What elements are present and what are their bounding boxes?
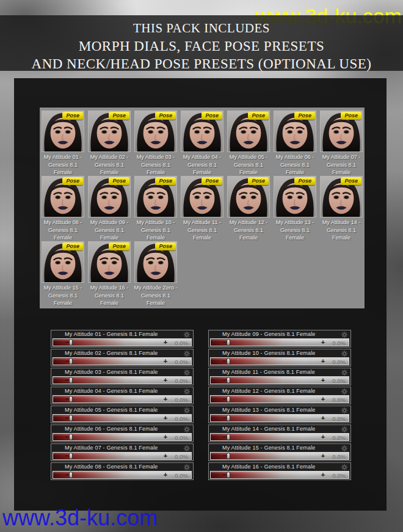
decrement-icon[interactable]: − <box>222 415 226 421</box>
slider-handle[interactable] <box>227 434 230 440</box>
slider-handle[interactable] <box>227 453 230 459</box>
increment-icon[interactable]: + <box>164 453 167 459</box>
pose-preset-thumbnail[interactable]: Pose My Attitude 06 - Genesis 8.1 Female <box>274 111 316 176</box>
header-line-3: AND NECK/HEAD POSE PRESETS (OPTIONAL USE… <box>0 55 403 73</box>
increment-icon[interactable]: + <box>321 339 325 346</box>
slider-handle[interactable] <box>227 396 230 403</box>
decrement-icon[interactable]: − <box>65 358 68 365</box>
dial-slider-track[interactable]: − + 0.0% <box>53 376 192 384</box>
gear-icon[interactable] <box>184 332 190 338</box>
gear-icon[interactable] <box>341 426 347 432</box>
decrement-icon[interactable]: − <box>222 339 226 346</box>
increment-icon[interactable]: + <box>164 358 167 365</box>
slider-handle[interactable] <box>227 377 230 384</box>
dial-title-row: My Attitude 10 - Genesis 8.1 Female <box>209 349 350 357</box>
gear-icon[interactable] <box>341 407 347 414</box>
gear-icon[interactable] <box>341 351 347 357</box>
dial-slider-track[interactable]: − + 0.0% <box>53 471 192 479</box>
increment-icon[interactable]: + <box>321 472 325 478</box>
increment-icon[interactable]: + <box>321 377 325 384</box>
decrement-icon[interactable]: − <box>65 339 68 346</box>
pose-preset-thumbnail[interactable]: Pose My Attitude 01 - Genesis 8.1 Female <box>42 111 84 176</box>
gear-icon[interactable] <box>184 407 190 414</box>
increment-icon[interactable]: + <box>164 377 167 384</box>
slider-handle[interactable] <box>69 472 73 478</box>
pose-preset-thumbnail[interactable]: Pose My Attitude 09 - Genesis 8.1 Female <box>88 176 131 241</box>
dial-slider-track[interactable]: − + 0.0% <box>210 414 349 422</box>
increment-icon[interactable]: + <box>321 453 325 459</box>
increment-icon[interactable]: + <box>321 434 325 440</box>
slider-handle[interactable] <box>69 434 73 440</box>
dial-slider-track[interactable]: − + 0.0% <box>210 452 349 460</box>
increment-icon[interactable]: + <box>321 358 325 365</box>
increment-icon[interactable]: + <box>164 472 167 478</box>
dial-slider-track[interactable]: − + 0.0% <box>210 338 349 346</box>
increment-icon[interactable]: + <box>164 396 167 403</box>
dial-slider-track[interactable]: − + 0.0% <box>53 338 192 346</box>
decrement-icon[interactable]: − <box>65 415 68 421</box>
gear-icon[interactable] <box>184 464 190 470</box>
decrement-icon[interactable]: − <box>222 396 226 403</box>
increment-icon[interactable]: + <box>321 415 325 421</box>
dial-slider-track[interactable]: − + 0.0% <box>53 433 192 441</box>
decrement-icon[interactable]: − <box>65 377 68 384</box>
pose-preset-thumbnail[interactable]: Pose My Attitude 14 - Genesis 8.1 Female <box>320 176 363 241</box>
gear-icon[interactable] <box>341 464 347 470</box>
pose-preset-thumbnail[interactable]: Pose My Attitude 10 - Genesis 8.1 Female <box>134 176 177 241</box>
dial-slider-track[interactable]: − + 0.0% <box>210 395 349 403</box>
gear-icon[interactable] <box>184 426 190 432</box>
decrement-icon[interactable]: − <box>65 434 68 440</box>
dial-slider-track[interactable]: − + 0.0% <box>210 376 349 384</box>
pose-preset-thumbnail[interactable]: Pose My Attitude 16 - Genesis 8.1 Female <box>88 241 131 307</box>
pose-preset-thumbnail[interactable]: Pose My Attitude 02 - Genesis 8.1 Female <box>88 111 131 176</box>
gear-icon[interactable] <box>184 388 190 395</box>
slider-handle[interactable] <box>69 377 73 384</box>
dial-slider-track[interactable]: − + 0.0% <box>210 357 349 365</box>
decrement-icon[interactable]: − <box>65 453 68 459</box>
increment-icon[interactable]: + <box>164 434 167 440</box>
increment-icon[interactable]: + <box>164 339 167 346</box>
gear-icon[interactable] <box>341 332 347 338</box>
slider-handle[interactable] <box>227 339 230 346</box>
pose-thumbnail-grid: Pose My Attitude 01 - Genesis 8.1 Female… <box>40 107 365 308</box>
pose-preset-thumbnail[interactable]: Pose My Attitude 11 - Genesis 8.1 Female <box>181 176 223 241</box>
decrement-icon[interactable]: − <box>65 472 68 478</box>
pose-preset-thumbnail[interactable]: Pose My Attitude 13 - Genesis 8.1 Female <box>274 176 316 241</box>
slider-handle[interactable] <box>69 339 73 346</box>
gear-icon[interactable] <box>184 370 190 376</box>
increment-icon[interactable]: + <box>164 415 167 421</box>
slider-handle[interactable] <box>69 358 73 365</box>
dial-slider-track[interactable]: − + 0.0% <box>210 433 349 441</box>
gear-icon[interactable] <box>341 370 347 376</box>
decrement-icon[interactable]: − <box>65 396 68 403</box>
dial-slider-track[interactable]: − + 0.0% <box>53 452 192 460</box>
decrement-icon[interactable]: − <box>222 358 226 365</box>
slider-handle[interactable] <box>69 415 73 421</box>
increment-icon[interactable]: + <box>321 396 325 403</box>
dial-slider-track[interactable]: − + 0.0% <box>53 414 192 422</box>
gear-icon[interactable] <box>341 445 347 451</box>
pose-preset-thumbnail[interactable]: Pose My Attitude 03 - Genesis 8.1 Female <box>134 111 177 176</box>
slider-handle[interactable] <box>227 358 230 365</box>
decrement-icon[interactable]: − <box>222 434 226 440</box>
gear-icon[interactable] <box>184 445 190 451</box>
decrement-icon[interactable]: − <box>222 377 226 384</box>
pose-preset-thumbnail[interactable]: Pose My Attitude 08 - Genesis 8.1 Female <box>42 176 84 241</box>
slider-handle[interactable] <box>69 396 73 403</box>
pose-preset-thumbnail[interactable]: Pose My Attitude 15 - Genesis 8.1 Female <box>42 241 84 307</box>
slider-handle[interactable] <box>227 415 230 421</box>
decrement-icon[interactable]: − <box>222 453 226 459</box>
pose-preset-thumbnail[interactable]: Pose My Attitude 05 - Genesis 8.1 Female <box>227 111 270 176</box>
dial-slider-track[interactable]: − + 0.0% <box>210 471 349 479</box>
slider-handle[interactable] <box>69 453 73 459</box>
pose-preset-thumbnail[interactable]: Pose My Attitude Zero - Genesis 8.1 Fema… <box>134 241 177 307</box>
dial-slider-track[interactable]: − + 0.0% <box>53 395 192 403</box>
dial-slider-track[interactable]: − + 0.0% <box>53 357 192 365</box>
pose-preset-thumbnail[interactable]: Pose My Attitude 12 - Genesis 8.1 Female <box>227 176 270 241</box>
slider-handle[interactable] <box>227 472 230 478</box>
gear-icon[interactable] <box>184 351 190 357</box>
gear-icon[interactable] <box>341 388 347 395</box>
pose-preset-thumbnail[interactable]: Pose My Attitude 07 - Genesis 8.1 Female <box>320 111 363 176</box>
pose-preset-thumbnail[interactable]: Pose My Attitude 04 - Genesis 8.1 Female <box>181 111 223 176</box>
decrement-icon[interactable]: − <box>222 472 226 478</box>
